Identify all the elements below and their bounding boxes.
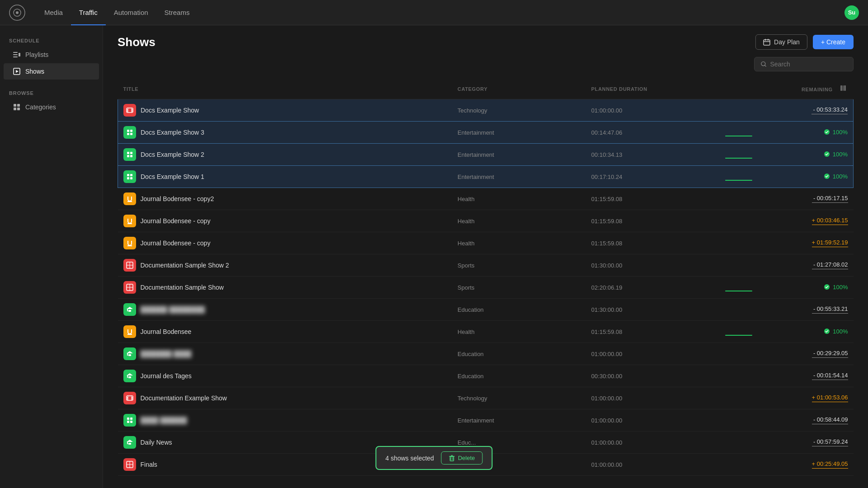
table-row[interactable]: Docs Example Show 2 Entertainment00:10:3… [118, 144, 854, 166]
svg-rect-55 [128, 310, 131, 312]
svg-rect-13 [764, 40, 770, 45]
main-layout: SCHEDULE Playlists Shows BROWSE [0, 25, 868, 488]
svg-rect-11 [14, 108, 16, 110]
show-icon [123, 148, 136, 161]
category-cell: Entertainment [452, 122, 586, 144]
table-row[interactable]: Docs Example Show 3 Entertainment00:14:4… [118, 122, 854, 144]
search-box [754, 57, 854, 71]
nav-automation[interactable]: Automation [106, 0, 156, 25]
svg-rect-60 [128, 354, 131, 356]
svg-rect-29 [127, 130, 129, 132]
duration-cell: 01:00:00.00 [586, 432, 720, 454]
show-title: Docs Example Show [141, 107, 199, 114]
trash-icon [449, 455, 455, 461]
check-circle-icon [824, 173, 830, 179]
show-title: Journal Bodensee - copy [141, 217, 211, 225]
show-title: Docs Example Show 1 [141, 173, 204, 180]
show-title: Documentation Sample Show [141, 284, 224, 291]
category-cell: Technology [452, 387, 586, 409]
show-title: ██████ ████████ [141, 306, 205, 313]
table-row[interactable]: Documentation Sample Show 2 Sports01:30:… [118, 254, 854, 277]
sidebar-item-categories[interactable]: Categories [4, 99, 99, 115]
category-cell: Health [452, 188, 586, 210]
svg-rect-4 [13, 54, 18, 55]
table-row[interactable]: Documentation Sample Show Sports02:20:06… [118, 277, 854, 299]
show-icon [123, 192, 136, 205]
shows-label: Shows [25, 68, 44, 75]
day-plan-label: Day Plan [774, 38, 800, 46]
show-icon [123, 414, 136, 427]
duration-cell: 01:30:00.00 [586, 299, 720, 321]
table-row[interactable]: ███████ ████ Education01:00:00.00- 00:29… [118, 343, 854, 365]
category-cell: Entertainment [452, 166, 586, 188]
svg-rect-28 [132, 111, 132, 112]
table-row[interactable]: Journal des Tages Education00:30:00.00- … [118, 365, 854, 387]
svg-rect-12 [17, 108, 20, 110]
column-settings-button[interactable] [838, 83, 848, 94]
svg-rect-6 [19, 53, 20, 56]
col-header-category: CATEGORY [452, 80, 586, 99]
show-title: Journal des Tages [141, 372, 192, 380]
remaining-cell: + 00:03:46.15 [720, 210, 854, 232]
top-nav: Media Traffic Automation Streams Su [0, 0, 868, 25]
remaining-cell: - 00:29:29.05 [720, 343, 854, 365]
nav-traffic[interactable]: Traffic [71, 0, 106, 25]
svg-rect-34 [127, 152, 129, 154]
table-row[interactable]: Journal Bodensee - copy Health01:15:59.0… [118, 232, 854, 254]
svg-rect-27 [132, 109, 132, 110]
show-icon [123, 347, 136, 360]
show-icon [123, 170, 136, 183]
table-row[interactable]: Journal Bodensee Health01:15:59.08 100% [118, 321, 854, 343]
nav-streams[interactable]: Streams [156, 0, 198, 25]
category-cell: Education [452, 299, 586, 321]
svg-rect-73 [130, 418, 132, 420]
table-row[interactable]: ████ ██████ Entertainment01:00:00.00- 00… [118, 409, 854, 432]
day-plan-button[interactable]: Day Plan [755, 34, 807, 50]
show-title: ███████ ████ [141, 350, 192, 357]
table-row[interactable]: Docs Example Show Technology01:00:00.00-… [118, 99, 854, 122]
sidebar-item-shows[interactable]: Shows [4, 63, 99, 80]
show-title: Journal Bodensee [141, 328, 192, 335]
nav-media[interactable]: Media [36, 0, 71, 25]
header-actions: Day Plan + Create [755, 34, 854, 50]
svg-rect-19 [840, 85, 842, 91]
duration-cell: 00:14:47.06 [586, 122, 720, 144]
sidebar: SCHEDULE Playlists Shows BROWSE [0, 25, 103, 488]
col-header-remaining: REMAINING [720, 80, 854, 99]
delete-button[interactable]: Delete [441, 451, 483, 465]
table-row[interactable]: Documentation Example Show Technology01:… [118, 387, 854, 409]
svg-rect-82 [450, 457, 454, 461]
logo[interactable] [9, 5, 25, 21]
category-cell: Health [452, 210, 586, 232]
svg-rect-77 [128, 443, 131, 445]
show-title: Daily News [141, 439, 172, 446]
duration-cell: 02:20:06.19 [586, 277, 720, 299]
sidebar-item-playlists[interactable]: Playlists [4, 47, 99, 63]
create-button[interactable]: + Create [813, 35, 854, 49]
svg-rect-75 [130, 421, 132, 423]
table-row[interactable]: ██████ ████████ Education01:30:00.00- 00… [118, 299, 854, 321]
selection-count: 4 shows selected [386, 455, 434, 462]
duration-cell: 01:30:00.00 [586, 254, 720, 277]
svg-rect-26 [127, 111, 128, 112]
svg-rect-71 [132, 399, 132, 399]
search-input[interactable] [770, 61, 847, 68]
svg-rect-70 [132, 397, 132, 398]
svg-marker-59 [127, 351, 133, 353]
show-icon [123, 281, 136, 294]
table-row[interactable]: Journal Bodensee - copy Health01:15:59.0… [118, 210, 854, 232]
table-row[interactable]: Docs Example Show 1 Entertainment00:17:1… [118, 166, 854, 188]
svg-rect-74 [127, 421, 129, 423]
table-row[interactable]: Journal Bodensee - copy2 Health01:15:59.… [118, 188, 854, 210]
create-label: + Create [821, 38, 845, 46]
duration-cell: 01:00:00.00 [586, 409, 720, 432]
user-avatar[interactable]: Su [844, 5, 859, 20]
svg-rect-25 [127, 109, 128, 110]
playlists-label: Playlists [25, 51, 48, 58]
remaining-cell: - 00:01:54.14 [720, 365, 854, 387]
duration-cell: 01:00:00.00 [586, 387, 720, 409]
playlists-icon [13, 51, 21, 59]
remaining-cell: - 00:58:44.09 [720, 409, 854, 432]
show-icon [123, 436, 136, 449]
svg-rect-72 [127, 418, 129, 420]
